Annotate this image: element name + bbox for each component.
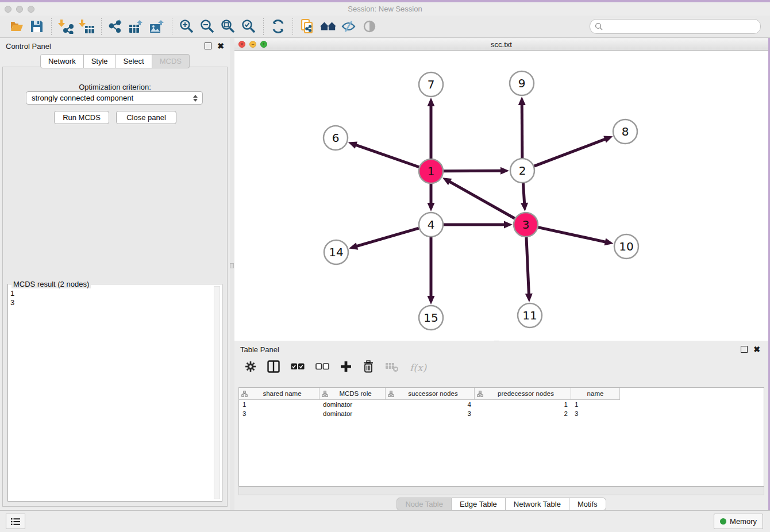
tab-node-table[interactable]: Node Table — [396, 498, 452, 511]
cell-mcds-role[interactable]: dominator — [319, 410, 386, 417]
cell-shared-name[interactable]: 3 — [239, 410, 319, 417]
run-mcds-button[interactable]: Run MCDS — [54, 111, 109, 124]
export-network-icon[interactable] — [107, 18, 125, 34]
column-header-mcds-role[interactable]: MCDS role — [319, 388, 386, 399]
cell-successor-nodes[interactable]: 3 — [386, 410, 475, 417]
deselect-all-icon[interactable] — [315, 363, 329, 373]
attribute-icon — [322, 391, 328, 397]
list-icon — [10, 517, 21, 526]
column-header-successor-nodes[interactable]: successor nodes — [386, 388, 475, 399]
tab-edge-table[interactable]: Edge Table — [452, 498, 506, 511]
graph-edge-arrowhead — [521, 203, 528, 211]
cell-name[interactable]: 1 — [571, 401, 620, 408]
toolbar-separator — [263, 18, 264, 35]
zoom-in-icon[interactable] — [178, 18, 195, 34]
table-horizontal-scrollbar[interactable] — [238, 487, 764, 495]
float-panel-icon[interactable] — [741, 346, 748, 353]
graph-node-label: 6 — [332, 131, 340, 145]
status-bar: Memory — [0, 510, 770, 532]
graph-edge[interactable] — [534, 138, 607, 166]
select-all-icon[interactable] — [291, 363, 305, 373]
column-header-name[interactable]: name — [571, 388, 620, 399]
vertical-splitter[interactable] — [230, 38, 234, 510]
graph-edge[interactable] — [448, 181, 514, 218]
graph-node-label: 8 — [622, 125, 629, 138]
import-table-icon[interactable] — [78, 18, 95, 34]
graph-edge[interactable] — [526, 237, 529, 295]
mcds-result-title: MCDS result (2 nodes) — [11, 280, 91, 288]
graph-node-label: 4 — [428, 218, 435, 232]
graph-node-label: 11 — [522, 309, 537, 322]
graph-edge[interactable] — [538, 228, 606, 242]
delete-table-icon — [385, 361, 399, 375]
main-toolbar — [0, 16, 770, 38]
control-panel-title: Control Panel — [0, 42, 205, 51]
import-network-icon[interactable] — [57, 18, 75, 34]
attribute-icon — [477, 391, 483, 397]
result-scrollbar[interactable] — [214, 286, 220, 499]
search-box[interactable] — [590, 19, 761, 34]
graph-edge-arrowhead — [525, 294, 533, 302]
zoom-fit-icon[interactable] — [220, 18, 237, 34]
tab-network-table[interactable]: Network Table — [506, 498, 569, 511]
graph-edge-arrowhead — [604, 238, 613, 246]
task-history-button[interactable] — [6, 514, 25, 529]
table-row[interactable]: 1 dominator 4 1 1 — [239, 400, 764, 409]
memory-button[interactable]: Memory — [714, 514, 763, 529]
graph-edge[interactable] — [522, 103, 522, 158]
node-table: shared name MCDS role successor nodes pr… — [238, 387, 764, 487]
mcds-result-text: 1 3 — [10, 289, 214, 499]
memory-status-icon — [720, 518, 726, 525]
export-image-icon[interactable] — [149, 18, 166, 34]
graph-edge[interactable] — [355, 145, 419, 167]
cell-mcds-role[interactable]: dominator — [319, 401, 386, 408]
refresh-layout-icon[interactable] — [270, 18, 287, 34]
cell-predecessor-nodes[interactable]: 1 — [475, 401, 571, 408]
graph-edge[interactable] — [444, 171, 502, 171]
show-selected-icon[interactable] — [361, 18, 378, 34]
column-header-shared-name[interactable]: shared name — [239, 388, 319, 399]
save-session-icon[interactable] — [28, 18, 45, 34]
column-view-icon[interactable] — [267, 360, 280, 375]
cell-shared-name[interactable]: 1 — [239, 401, 319, 408]
graph-edge-arrowhead — [348, 141, 357, 148]
cell-predecessor-nodes[interactable]: 2 — [475, 410, 571, 417]
close-panel-icon[interactable]: ✖ — [217, 43, 224, 49]
zoom-out-icon[interactable] — [199, 18, 216, 34]
graph-node-label: 7 — [428, 78, 435, 91]
tab-motifs[interactable]: Motifs — [569, 498, 606, 511]
close-panel-button[interactable]: Close panel — [116, 111, 176, 124]
graph-edge-arrowhead — [504, 221, 513, 229]
graph-edge-arrowhead — [428, 203, 435, 211]
table-row[interactable]: 3 dominator 3 2 3 — [239, 409, 764, 418]
export-table-icon[interactable] — [128, 18, 145, 34]
search-input[interactable] — [603, 21, 760, 32]
search-icon — [595, 22, 603, 31]
home-icon[interactable] — [319, 18, 337, 34]
criterion-select[interactable]: strongly connected component — [26, 91, 203, 105]
settings-gear-icon[interactable] — [245, 361, 256, 375]
graph-edge-arrowhead — [500, 167, 509, 175]
select-chevrons-icon — [193, 95, 198, 102]
clone-network-icon[interactable] — [299, 18, 316, 34]
hide-selected-icon[interactable] — [340, 18, 357, 34]
cell-successor-nodes[interactable]: 4 — [386, 401, 475, 408]
apply-function-icon: f(x) — [410, 362, 426, 373]
tab-mcds[interactable]: MCDS — [152, 54, 190, 68]
float-panel-icon[interactable] — [205, 43, 211, 49]
open-file-icon[interactable] — [7, 18, 25, 34]
zoom-selected-icon[interactable] — [240, 18, 257, 34]
graph-edge[interactable] — [523, 183, 524, 205]
graph-edge[interactable] — [356, 228, 419, 246]
graph-canvas[interactable]: 7968124314101511 — [234, 51, 768, 341]
tab-select[interactable]: Select — [116, 54, 152, 68]
delete-column-icon[interactable] — [363, 360, 374, 375]
cell-name[interactable]: 3 — [571, 410, 620, 417]
tab-style[interactable]: Style — [84, 54, 116, 68]
graph-node-label: 3 — [522, 218, 530, 232]
column-header-predecessor-nodes[interactable]: predecessor nodes — [475, 388, 571, 399]
tab-network[interactable]: Network — [40, 54, 84, 68]
add-column-icon[interactable] — [340, 361, 352, 375]
close-panel-icon[interactable]: ✖ — [753, 346, 760, 352]
splitter-grip[interactable] — [230, 263, 234, 268]
